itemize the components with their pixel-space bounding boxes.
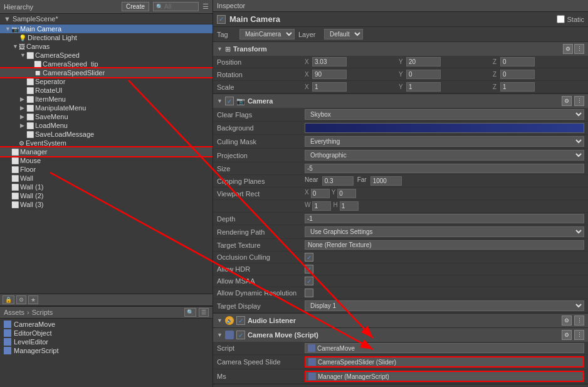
hdr-checkbox[interactable]: ✓ xyxy=(305,265,313,273)
assets-header: Assets › Scripts 🔍 ☰ xyxy=(0,307,213,319)
rendering-dropdown[interactable]: Use Graphics Settings xyxy=(305,226,584,237)
options-icon[interactable]: ☰ xyxy=(202,3,209,11)
manager-ref-field[interactable]: Manager (ManagerScript) xyxy=(305,371,584,382)
camera-arrow: ▼ xyxy=(217,98,223,104)
rot-x-input[interactable] xyxy=(312,70,347,79)
camera-menu-btn[interactable]: ⋮ xyxy=(574,96,584,106)
cullingmask-dropdown[interactable]: Everything xyxy=(305,136,584,147)
tree-item-rotateui[interactable]: ⬜ RotateUI xyxy=(0,86,213,95)
inspector-panel: Inspector ✓ Main Camera Static Tag xyxy=(213,0,588,387)
tag-layer-row: Tag MainCamera Layer Default xyxy=(213,27,588,42)
asset-cameramove[interactable]: CameraMove xyxy=(0,320,213,329)
camera-component: ▼ ✓ 📷 Camera ⚙ ⋮ Clear Flags Skybox xyxy=(213,94,588,314)
audio-header[interactable]: ▼ 🔊 ✓ Audio Listener ⚙ ⋮ xyxy=(213,314,588,327)
viewport-wh-row: W H xyxy=(213,200,588,213)
scale-y-input[interactable] xyxy=(406,82,441,92)
size-input[interactable] xyxy=(305,164,584,173)
tree-item-directional-light[interactable]: 💡 Directional Light xyxy=(0,33,213,42)
audio-settings-btn[interactable]: ⚙ xyxy=(562,315,572,326)
assets-options-icon[interactable]: ☰ xyxy=(199,308,209,317)
scale-z-input[interactable] xyxy=(500,82,535,92)
audio-enable-box[interactable]: ✓ xyxy=(236,316,245,325)
clearflags-label: Clear Flags xyxy=(217,111,305,119)
filter-icon[interactable]: ⚙ xyxy=(16,295,26,304)
tree-item-wall3[interactable]: ⬜ Wall (3) xyxy=(0,200,213,209)
targetdisplay-dropdown[interactable]: Display 1 xyxy=(305,300,584,311)
vp-h[interactable] xyxy=(340,201,359,211)
cameraspeedslider-ref-field[interactable]: CameraSpeedSlider (Slider) xyxy=(305,356,584,368)
cameramove-settings-btn[interactable]: ⚙ xyxy=(562,330,572,340)
layer-label: Layer xyxy=(298,31,320,38)
hdr-label: Allow HDR xyxy=(217,265,305,273)
scale-x-input[interactable] xyxy=(312,82,347,92)
tree-item-savemenu[interactable]: ▶ ⬜ SaveMenu xyxy=(0,112,213,121)
tree-item-loadmenu[interactable]: ▶ ⬜ LoadMenu xyxy=(0,121,213,130)
vp-w[interactable] xyxy=(312,201,331,211)
camera-title: Camera xyxy=(248,97,559,105)
tag-dropdown[interactable]: MainCamera xyxy=(239,29,295,40)
tree-item-main-camera[interactable]: ▼ 📷 Main Camera xyxy=(0,24,213,33)
manager-ref-value: Manager (ManagerScript) xyxy=(318,373,580,380)
tree-item-floor[interactable]: ⬜ Floor xyxy=(0,165,213,174)
pos-z-input[interactable] xyxy=(500,57,535,66)
tree-item-wall[interactable]: ⬜ Wall xyxy=(0,174,213,183)
tree-item-mouse[interactable]: ⬜ Mouse xyxy=(0,156,213,165)
vp-y[interactable] xyxy=(337,189,356,198)
background-color-swatch[interactable] xyxy=(305,123,584,133)
rot-z-input[interactable] xyxy=(500,70,535,79)
targettexture-label: Target Texture xyxy=(217,241,305,249)
camera-settings-btn[interactable]: ⚙ xyxy=(562,96,572,106)
depth-input[interactable] xyxy=(305,214,584,223)
tree-item-itemmenu[interactable]: ▶ ⬜ ItemMenu xyxy=(0,95,213,103)
transform-header[interactable]: ▼ ⊞ Transform ⚙ ⋮ xyxy=(213,42,588,56)
tree-item-canvas[interactable]: ▼ 🖼 Canvas xyxy=(0,42,213,51)
object-enable-checkbox[interactable]: ✓ xyxy=(217,15,226,24)
near-input[interactable] xyxy=(322,176,354,186)
asset-managerscript[interactable]: ManagerScript xyxy=(0,346,213,355)
camera-enable-box[interactable]: ✓ xyxy=(225,97,234,105)
background-label: Background xyxy=(217,124,305,132)
asset-leveleditor[interactable]: LevelEditor xyxy=(0,337,213,346)
clearflags-dropdown[interactable]: Skybox xyxy=(305,109,584,120)
tree-item-manipulatemenu[interactable]: ▶ ⬜ ManipulateMenu xyxy=(0,103,213,112)
msaa-checkbox[interactable]: ✓ xyxy=(305,277,313,285)
cameramove-title: Camera Move (Script) xyxy=(248,331,559,339)
occlusion-checkbox[interactable]: ✓ xyxy=(305,253,313,262)
lock-icon[interactable]: 🔒 xyxy=(3,295,14,304)
tree-item-cameraspeed[interactable]: ▼ ⬜ CameraSpeed xyxy=(0,51,213,60)
far-input[interactable] xyxy=(370,176,402,186)
tree-item-wall2[interactable]: ⬜ Wall (2) xyxy=(0,191,213,200)
cameramove-menu-btn[interactable]: ⋮ xyxy=(574,330,584,340)
asset-editorobject[interactable]: EditorObject xyxy=(0,329,213,337)
projection-dropdown[interactable]: Orthographic xyxy=(305,150,584,161)
transform-lock-btn[interactable]: ⚙ xyxy=(563,44,573,54)
hdr-row: Allow HDR ✓ xyxy=(213,263,588,275)
rendering-row: Rendering Path Use Graphics Settings xyxy=(213,225,588,239)
audio-menu-btn[interactable]: ⋮ xyxy=(574,315,584,326)
tree-item-manager[interactable]: ⬜ Manager xyxy=(0,147,213,156)
tree-item-eventsystem[interactable]: ⚙ EventSystem xyxy=(0,139,213,147)
tree-item-cameraspeedslider[interactable]: 🔲 CameraSpeedSlider xyxy=(0,68,213,77)
cameramove-header[interactable]: ▼ ✓ Camera Move (Script) ⚙ ⋮ xyxy=(213,328,588,342)
transform-title: Transform xyxy=(233,45,560,53)
assets-search-icon[interactable]: 🔍 xyxy=(184,308,196,317)
create-button[interactable]: Create xyxy=(122,2,149,11)
pos-x-input[interactable] xyxy=(312,57,347,66)
tree-item-seperator[interactable]: ⬜ Seperator xyxy=(0,77,213,86)
static-checkbox[interactable] xyxy=(557,15,565,23)
camera-header[interactable]: ▼ ✓ 📷 Camera ⚙ ⋮ xyxy=(213,94,588,108)
assets-list: CameraMove EditorObject LevelEditor Mana… xyxy=(0,319,213,387)
pos-y-input[interactable] xyxy=(406,57,441,66)
hierarchy-search[interactable] xyxy=(164,3,196,10)
transform-menu-btn[interactable]: ⋮ xyxy=(574,44,584,54)
tree-item-saveloadmessage[interactable]: ⬜ SaveLoadMessage xyxy=(0,130,213,139)
tree-item-wall1[interactable]: ⬜ Wall (1) xyxy=(0,183,213,191)
cameramove-enable-box[interactable]: ✓ xyxy=(236,331,245,339)
tree-item-cameraspeedtip[interactable]: ⬜ CameraSpeed_tip xyxy=(0,60,213,68)
rot-y-input[interactable] xyxy=(406,70,441,79)
clearflags-row: Clear Flags Skybox xyxy=(213,108,588,122)
star-icon[interactable]: ★ xyxy=(28,295,38,304)
dynamic-checkbox[interactable] xyxy=(305,289,313,297)
layer-dropdown[interactable]: Default xyxy=(324,29,363,40)
vp-x[interactable] xyxy=(311,189,330,198)
